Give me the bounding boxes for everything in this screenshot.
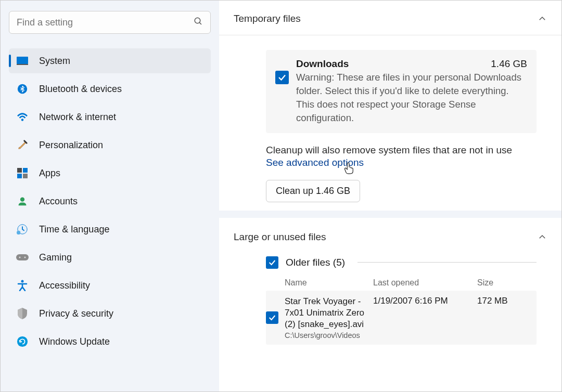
files-table: Name Last opened Size Star Trek Voyager … [219,269,561,345]
wifi-icon [16,111,29,123]
advanced-options-link[interactable]: See advanced options [266,157,364,168]
table-header: Name Last opened Size [266,275,537,291]
nav-item-system[interactable]: System [9,48,211,73]
svg-rect-13 [16,254,29,260]
svg-point-5 [21,119,24,121]
update-icon [16,335,29,348]
nav-label: Personalization [39,140,103,151]
nav-item-privacy[interactable]: Privacy & security [9,301,211,326]
nav-label: Apps [39,168,60,179]
apps-icon [16,167,29,179]
downloads-checkbox[interactable] [275,71,289,84]
nav-label: Bluetooth & devices [39,84,122,95]
nav-list: System Bluetooth & devices Network & int… [9,48,211,354]
nav-item-apps[interactable]: Apps [9,161,211,186]
search-icon [194,17,203,29]
sidebar: System Bluetooth & devices Network & int… [1,1,219,391]
svg-point-15 [24,257,26,258]
system-icon [16,55,29,67]
svg-point-17 [17,336,28,347]
nav-label: Privacy & security [39,308,113,319]
large-files-heading: Large or unused files [234,231,326,243]
nav-item-network[interactable]: Network & internet [9,104,211,129]
nav-label: System [39,56,70,67]
file-path: C:\Users\groov\Videos [285,331,373,339]
col-name: Name [285,278,373,288]
large-files-header[interactable]: Large or unused files [219,218,561,256]
nav-label: Accessibility [39,280,90,291]
bluetooth-icon [16,83,29,95]
nav-label: Time & language [39,224,109,235]
svg-point-16 [21,280,24,283]
file-name: Star Trek Voyager - 7x01 Unimatrix Zero … [285,296,373,330]
older-files-label: Older files (5) [286,257,345,268]
file-size: 172 MB [477,296,529,306]
cleanup-note: Cleanup will also remove system files th… [266,145,537,156]
svg-point-14 [19,257,21,258]
older-files-checkbox[interactable] [266,256,278,269]
shield-icon [16,307,29,320]
svg-point-10 [20,198,24,202]
nav-label: Windows Update [39,336,110,347]
downloads-size: 1.46 GB [491,58,527,70]
nav-label: Gaming [39,252,72,263]
nav-item-bluetooth[interactable]: Bluetooth & devices [9,76,211,101]
downloads-card: Downloads 1.46 GB Warning: These are fil… [266,50,537,133]
svg-rect-2 [17,57,28,64]
svg-rect-9 [23,174,28,178]
divider-line [357,262,537,263]
svg-point-12 [17,231,20,234]
col-opened: Last opened [373,278,477,288]
svg-line-1 [199,22,201,24]
temp-files-heading: Temporary files [234,13,301,24]
gamepad-icon [16,251,29,264]
nav-item-gaming[interactable]: Gaming [9,245,211,270]
svg-rect-7 [23,168,28,173]
downloads-title: Downloads [296,58,349,70]
search-input[interactable] [17,17,194,28]
nav-item-accounts[interactable]: Accounts [9,189,211,214]
older-files-row: Older files (5) [219,256,561,269]
col-size: Size [477,278,529,288]
file-opened: 1/19/2007 6:16 PM [373,296,477,306]
svg-rect-8 [17,174,22,178]
search-box[interactable] [9,11,211,34]
table-row[interactable]: Star Trek Voyager - 7x01 Unimatrix Zero … [266,291,537,345]
nav-label: Network & internet [39,112,116,123]
nav-item-personalization[interactable]: Personalization [9,133,211,158]
chevron-up-icon [538,14,547,23]
nav-item-update[interactable]: Windows Update [9,329,211,354]
advanced-options-label: See advanced options [266,157,364,168]
svg-rect-6 [17,168,22,173]
account-icon [16,195,29,207]
temp-files-body: Downloads 1.46 GB Warning: These are fil… [219,35,561,211]
accessibility-icon [16,279,29,292]
main-panel: Temporary files Downloads 1.46 GB Warnin… [219,1,561,391]
temp-files-header[interactable]: Temporary files [219,3,561,35]
clock-icon [16,223,29,236]
svg-point-0 [195,18,200,23]
nav-item-accessibility[interactable]: Accessibility [9,273,211,298]
section-gap [219,211,561,218]
nav-item-time[interactable]: Time & language [9,217,211,242]
row-checkbox[interactable] [266,311,278,324]
nav-label: Accounts [39,196,78,207]
brush-icon [16,139,29,151]
svg-rect-3 [17,64,28,65]
downloads-warning: Warning: These are files in your persona… [296,71,527,125]
chevron-up-icon [538,232,547,242]
cleanup-button[interactable]: Clean up 1.46 GB [266,180,360,202]
